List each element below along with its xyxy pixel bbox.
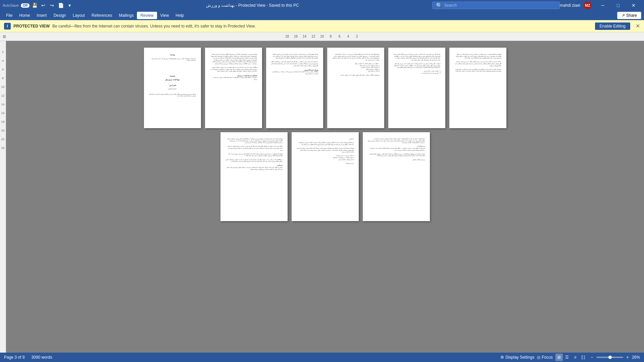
search-bar-container[interactable]: 🔍 [432, 2, 560, 9]
page-7-content: هر هفته هزاران نفر برای بهره‌مندی از مزا… [225, 138, 283, 215]
display-settings-icon: ⚙ [500, 355, 504, 360]
display-settings-button[interactable]: ⚙ Display Settings [500, 355, 534, 360]
menu-bar: File Home Insert Design Layout Reference… [0, 11, 644, 20]
redo-icon[interactable]: ↪ [49, 2, 55, 8]
focus-button[interactable]: ◎ Focus [537, 355, 553, 360]
vruler-16: 16 [0, 109, 6, 117]
page-6[interactable]: طبق آخرین یافته‌های علمی در زمینه بهداشت… [449, 48, 506, 128]
vruler-14: 14 [0, 100, 6, 109]
page-5[interactable]: یک نظر غالب نیز مطرح است که هر گاه در بر… [388, 48, 445, 128]
page-1-content: بهانه‌ها متن مقدمه و توضیحات کلی در مورد… [149, 54, 196, 122]
close-protected-bar-button[interactable]: ✕ [636, 23, 640, 29]
page-2[interactable]: بهداشت عمومی به مجموعه‌ای از اقدامات و ر… [205, 48, 262, 128]
document-title: بهداشت و ورزش - Protected View - Saved t… [206, 3, 299, 8]
menu-layout[interactable]: Layout [69, 12, 88, 19]
menu-references[interactable]: References [88, 12, 115, 19]
page-9-content: نتایج تحقیقات نشان می‌دهد که سطح بهداشت … [367, 138, 425, 215]
page-8[interactable]: بخشی از ورزشکاران حرفه‌ای نشان داده‌اند … [292, 132, 359, 221]
search-input[interactable] [444, 3, 556, 8]
zoom-controls: － ＋ 26% [590, 354, 640, 360]
close-button[interactable]: ✕ [626, 0, 641, 11]
zoom-percentage: 26% [632, 355, 640, 360]
ruler-num-8: 8 [327, 35, 335, 38]
page-3[interactable]: هر ساله میلیون‌ها نفر در سراسر جهان به د… [266, 48, 323, 128]
user-name: mahdi ziaei [560, 3, 580, 8]
autosave-label: AutoSave [3, 3, 19, 7]
protected-view-title: PROTECTED VIEW [13, 24, 50, 29]
menu-help[interactable]: Help [172, 12, 187, 19]
read-mode-button[interactable]: ≡ [572, 354, 579, 361]
page-4-content: پژوهشگران ثابت کرده‌اند که از قدیم‌الایا… [332, 54, 380, 122]
avatar: MZ [584, 1, 592, 9]
undo-icon[interactable]: ↩ [40, 2, 46, 8]
pages-row-1: بهانه‌ها متن مقدمه و توضیحات کلی در مورد… [144, 48, 506, 128]
zoom-thumb[interactable] [608, 356, 612, 359]
vruler-10: 10 [0, 83, 6, 91]
word-count: 3090 words [31, 355, 52, 360]
status-right: ⚙ Display Settings ◎ Focus ⊞ ☰ ≡ ⟦⟧ － ＋ … [500, 354, 640, 361]
search-icon: 🔍 [436, 2, 443, 9]
print-layout-button[interactable]: ⊞ [555, 354, 563, 361]
pages-row-2: هر هفته هزاران نفر برای بهره‌مندی از مزا… [220, 132, 430, 221]
web-layout-button[interactable]: ☰ [563, 354, 571, 361]
menu-file[interactable]: File [3, 12, 16, 19]
view-mode-buttons: ⊞ ☰ ≡ ⟦⟧ [555, 354, 587, 361]
menu-design[interactable]: Design [50, 12, 69, 19]
page-7[interactable]: هر هفته هزاران نفر برای بهره‌مندی از مزا… [220, 132, 288, 221]
share-button[interactable]: ↗ Share [617, 12, 641, 19]
menu-home[interactable]: Home [16, 12, 33, 19]
menu-review[interactable]: Review [137, 12, 157, 19]
zoom-slider[interactable] [596, 357, 623, 358]
menu-mailings[interactable]: Mailings [115, 12, 137, 19]
share-icon: ↗ [622, 13, 625, 18]
horizontal-ruler: ⊞ 18 16 14 12 10 8 6 4 2 [0, 32, 644, 41]
page-2-content: بهداشت عمومی به مجموعه‌ای از اقدامات و ر… [210, 54, 257, 122]
vruler-20: 20 [0, 126, 6, 135]
focus-view-button[interactable]: ⟦⟧ [580, 354, 587, 361]
vertical-ruler: 2 4 6 8 10 12 14 16 18 20 22 24 [0, 41, 6, 353]
focus-icon: ◎ [537, 355, 540, 360]
vruler-4: 4 [0, 56, 6, 65]
ruler-num-18: 18 [283, 35, 292, 38]
vruler-12: 12 [0, 91, 6, 100]
page-info: Page 3 of 9 [4, 355, 24, 360]
ruler-num-4: 4 [344, 35, 353, 38]
protected-view-bar: i PROTECTED VIEW Be careful—files from t… [0, 20, 644, 32]
page-4[interactable]: پژوهشگران ثابت کرده‌اند که از قدیم‌الایا… [327, 48, 384, 128]
ruler-numbers: 18 16 14 12 10 8 6 4 2 [283, 35, 361, 38]
ruler-num-12: 12 [309, 35, 318, 38]
maximize-button[interactable]: □ [610, 0, 626, 11]
ruler-num-2: 2 [353, 35, 361, 38]
protected-view-icon: i [4, 23, 11, 30]
ruler-num-16: 16 [292, 35, 300, 38]
page-3-content: هر ساله میلیون‌ها نفر در سراسر جهان به د… [271, 54, 318, 122]
autosave-toggle[interactable]: Off [21, 3, 30, 8]
page-9[interactable]: نتایج تحقیقات نشان می‌دهد که سطح بهداشت … [363, 132, 430, 221]
menu-insert[interactable]: Insert [33, 12, 50, 19]
page-6-content: طبق آخرین یافته‌های علمی در زمینه بهداشت… [454, 54, 502, 122]
page-1[interactable]: بهانه‌ها متن مقدمه و توضیحات کلی در مورد… [144, 48, 201, 128]
enable-editing-button[interactable]: Enable Editing [595, 22, 630, 30]
status-bar: Page 3 of 9 3090 words ⚙ Display Setting… [0, 353, 644, 362]
title-bar: AutoSave Off 💾 ↩ ↪ 📄 ▾ بهداشت و ورزش - P… [0, 0, 644, 11]
zoom-out-button[interactable]: － [590, 354, 594, 360]
vruler-6: 6 [0, 65, 6, 74]
pages-container: بهانه‌ها متن مقدمه و توضیحات کلی در مورد… [6, 48, 644, 225]
page-8-content: بخشی از ورزشکاران حرفه‌ای نشان داده‌اند … [296, 138, 354, 215]
vruler-22: 22 [0, 135, 6, 144]
title-bar-left: AutoSave Off 💾 ↩ ↪ 📄 ▾ [3, 2, 72, 8]
vruler-24: 24 [0, 144, 6, 152]
minimize-button[interactable]: ─ [595, 0, 610, 11]
vruler-18: 18 [0, 117, 6, 126]
quick-access-toolbar: 💾 ↩ ↪ 📄 ▾ [32, 2, 72, 8]
menu-view[interactable]: View [157, 12, 172, 19]
zoom-in-button[interactable]: ＋ [625, 354, 630, 360]
status-left: Page 3 of 9 3090 words [4, 355, 52, 360]
dropdown-icon[interactable]: ▾ [66, 2, 72, 8]
ruler-num-10: 10 [318, 35, 327, 38]
title-right: mahdi ziaei MZ ─ □ ✕ [560, 0, 641, 11]
new-doc-icon[interactable]: 📄 [58, 2, 64, 8]
save-icon[interactable]: 💾 [32, 2, 38, 8]
page-5-content: یک نظر غالب نیز مطرح است که هر گاه در بر… [393, 54, 441, 122]
ruler-adjust-icon[interactable]: ⊞ [3, 34, 6, 39]
